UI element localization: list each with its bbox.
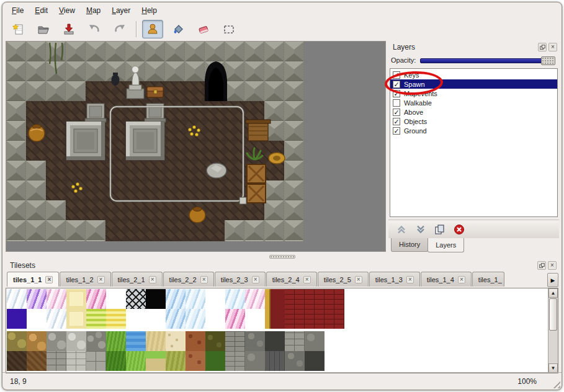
splitter-grip[interactable] xyxy=(269,255,295,259)
layer-row-spawn[interactable]: ✓Spawn xyxy=(390,79,557,89)
palette-tile[interactable] xyxy=(186,351,205,371)
palette-tile[interactable] xyxy=(225,309,245,329)
palette-tile[interactable] xyxy=(66,289,86,309)
palette-tile[interactable] xyxy=(146,289,166,309)
layer-visibility-checkbox[interactable]: ✓ xyxy=(393,71,400,79)
close-tab-icon[interactable]: × xyxy=(97,276,105,283)
close-tab-icon[interactable]: × xyxy=(406,276,414,283)
palette-tile[interactable] xyxy=(305,289,325,309)
palette-tile[interactable] xyxy=(7,289,27,309)
palette-tile[interactable] xyxy=(86,289,106,309)
palette-tile[interactable] xyxy=(205,289,225,309)
tileset-tab-tiles_2_3[interactable]: tiles_2_3× xyxy=(215,272,266,287)
palette-tile[interactable] xyxy=(166,289,186,309)
save-file-button[interactable] xyxy=(58,20,79,38)
palette-tile[interactable] xyxy=(126,351,146,371)
palette-tile[interactable] xyxy=(305,309,325,329)
palette-tile[interactable] xyxy=(265,289,285,309)
close-tab-icon[interactable]: × xyxy=(149,276,156,283)
menu-map[interactable]: Map xyxy=(81,4,106,17)
palette-tile[interactable] xyxy=(126,289,146,309)
tab-scroll-right-button[interactable]: ▶ xyxy=(547,273,558,287)
close-tab-icon[interactable]: × xyxy=(355,276,362,283)
palette-tile[interactable] xyxy=(205,351,225,371)
layer-row-above[interactable]: ✓Above xyxy=(390,107,557,117)
dock-tab-history[interactable]: History xyxy=(391,238,428,252)
palette-tile[interactable] xyxy=(245,351,265,371)
palette-tile[interactable] xyxy=(325,289,344,309)
palette-tile[interactable] xyxy=(225,331,245,351)
palette-tile[interactable] xyxy=(265,351,285,371)
layer-visibility-checkbox[interactable]: ✓ xyxy=(393,127,400,135)
layer-visibility-checkbox[interactable]: ✓ xyxy=(393,118,400,125)
menu-view[interactable]: View xyxy=(53,4,81,17)
close-tab-icon[interactable]: × xyxy=(45,276,53,283)
tileset-tab-tiles_1_4[interactable]: tiles_1_4× xyxy=(421,272,472,287)
stamp-tool-button[interactable] xyxy=(142,20,163,38)
palette-tile[interactable] xyxy=(66,351,86,371)
palette-tile[interactable] xyxy=(106,289,126,309)
select-tool-button[interactable] xyxy=(218,20,239,38)
pane-splitter[interactable] xyxy=(6,254,558,259)
opacity-slider-handle[interactable] xyxy=(541,56,555,65)
tileset-tab-tiles_2_2[interactable]: tiles_2_2× xyxy=(163,272,214,287)
palette-tile[interactable] xyxy=(106,309,126,329)
undo-button[interactable] xyxy=(84,20,105,38)
open-file-button[interactable] xyxy=(33,20,54,38)
palette-tile[interactable] xyxy=(245,289,265,309)
palette-tile[interactable] xyxy=(166,331,186,351)
duplicate-layer-button[interactable] xyxy=(433,223,447,236)
close-tab-icon[interactable]: × xyxy=(303,276,311,283)
palette-tile[interactable] xyxy=(186,289,205,309)
palette-tile[interactable] xyxy=(86,309,106,329)
palette-tile[interactable] xyxy=(305,351,325,371)
layer-row-mapevents[interactable]: ✓Mapevents xyxy=(390,89,557,98)
redo-button[interactable] xyxy=(109,20,130,38)
fill-tool-button[interactable] xyxy=(168,20,189,38)
menu-file[interactable]: File xyxy=(6,4,29,17)
scrollbar-handle[interactable] xyxy=(549,298,557,331)
palette-tile[interactable] xyxy=(47,351,66,371)
new-file-button[interactable] xyxy=(7,20,29,38)
palette-tile[interactable] xyxy=(285,289,305,309)
palette-tile[interactable] xyxy=(66,331,86,351)
close-tab-icon[interactable]: × xyxy=(458,276,465,283)
float-panel-button[interactable] xyxy=(538,43,547,51)
layer-visibility-checkbox[interactable]: ✓ xyxy=(393,109,400,116)
palette-tile[interactable] xyxy=(186,309,205,329)
palette-tile[interactable] xyxy=(27,331,47,351)
palette-tile[interactable] xyxy=(205,331,225,351)
float-tilesets-button[interactable] xyxy=(537,261,546,270)
palette-tile[interactable] xyxy=(305,331,325,351)
palette-tile[interactable] xyxy=(225,289,245,309)
map-canvas[interactable] xyxy=(6,41,386,252)
palette-tile[interactable] xyxy=(66,309,86,329)
close-tilesets-button[interactable]: × xyxy=(548,261,557,270)
palette-tile[interactable] xyxy=(7,351,27,371)
tileset-tab-tiles_2_5[interactable]: tiles_2_5× xyxy=(318,272,369,287)
palette-tile[interactable] xyxy=(27,351,47,371)
tileset-tab-tiles_2_1[interactable]: tiles_2_1× xyxy=(112,272,163,287)
palette-tile[interactable] xyxy=(285,309,305,329)
palette-tile[interactable] xyxy=(166,309,186,329)
palette-tile[interactable] xyxy=(285,331,305,351)
palette-tile[interactable] xyxy=(285,351,305,371)
palette-tile[interactable] xyxy=(27,289,47,309)
palette-tile[interactable] xyxy=(265,309,285,329)
palette-tile[interactable] xyxy=(126,309,146,329)
menu-edit[interactable]: Edit xyxy=(29,4,53,17)
palette-tile[interactable] xyxy=(265,331,285,351)
selection-resize-handle[interactable] xyxy=(239,197,246,204)
scroll-down-button[interactable]: ▼ xyxy=(548,363,558,373)
opacity-slider[interactable] xyxy=(420,56,555,65)
palette-tile[interactable] xyxy=(27,309,47,329)
menu-help[interactable]: Help xyxy=(136,4,163,17)
palette-tile[interactable] xyxy=(205,309,225,329)
palette-tile[interactable] xyxy=(126,331,146,351)
scrollbar-track[interactable] xyxy=(548,298,558,363)
tileset-tab-tiles_1_[interactable]: tiles_1_ xyxy=(472,272,504,287)
dock-tab-layers[interactable]: Layers xyxy=(427,238,464,252)
palette-tile[interactable] xyxy=(7,331,27,351)
palette-tile[interactable] xyxy=(245,331,265,351)
palette-tile[interactable] xyxy=(225,351,245,371)
